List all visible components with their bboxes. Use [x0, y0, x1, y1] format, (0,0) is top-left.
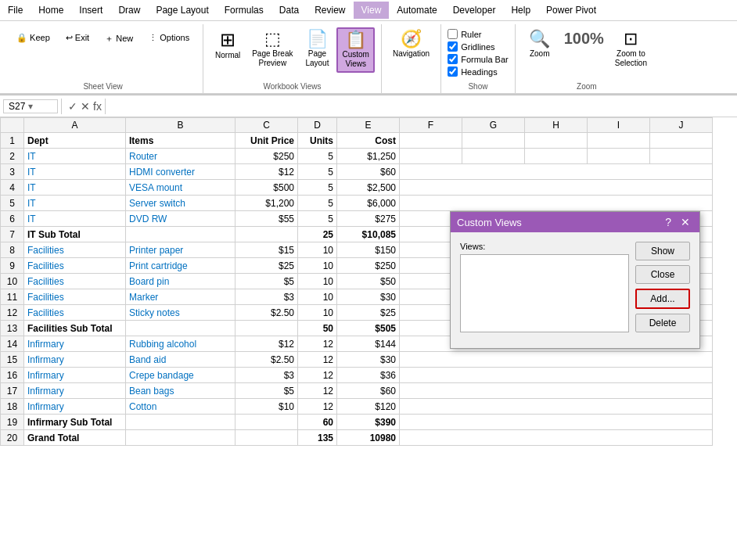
cell-b1[interactable]: Items	[126, 133, 235, 149]
cell-c8[interactable]: $15	[235, 242, 298, 258]
cell-d8[interactable]: 10	[298, 242, 337, 258]
cell-b14[interactable]: Rubbing alcohol	[126, 336, 235, 352]
gridlines-input[interactable]	[448, 41, 458, 52]
headings-input[interactable]	[448, 66, 458, 77]
page-break-preview-btn[interactable]: ⬚ Page BreakPreview	[247, 27, 297, 71]
page-layout-btn[interactable]: 📄 PageLayout	[299, 27, 335, 71]
cell-f1[interactable]	[400, 133, 462, 149]
col-header-b[interactable]: B	[126, 118, 235, 133]
cell-e6[interactable]: $275	[337, 211, 400, 227]
cell-b8[interactable]: Printer paper	[126, 242, 235, 258]
cell-f16[interactable]	[400, 368, 713, 383]
cell-e3[interactable]: $60	[337, 164, 400, 180]
cell-f3[interactable]	[400, 164, 713, 180]
cell-d12[interactable]: 10	[298, 305, 337, 321]
cell-d11[interactable]: 10	[298, 289, 337, 305]
cell-d5[interactable]: 5	[298, 196, 337, 211]
gridlines-checkbox[interactable]: Gridlines	[448, 41, 509, 52]
cell-b17[interactable]: Bean bags	[126, 383, 235, 399]
cell-j1[interactable]	[650, 133, 713, 149]
cell-a8[interactable]: Facilities	[24, 242, 126, 258]
menu-page-layout[interactable]: Page Layout	[148, 2, 216, 19]
cell-i2[interactable]	[588, 149, 650, 164]
cell-e9[interactable]: $250	[337, 258, 400, 274]
cell-b9[interactable]: Print cartridge	[126, 258, 235, 274]
cell-c4[interactable]: $500	[235, 180, 298, 196]
cell-e10[interactable]: $50	[337, 274, 400, 289]
fx-icon[interactable]: fx	[93, 100, 102, 113]
cell-a9[interactable]: Facilities	[24, 258, 126, 274]
cell-f11[interactable]	[400, 289, 713, 305]
cell-b19[interactable]	[126, 415, 235, 430]
cell-f10[interactable]	[400, 274, 713, 289]
cell-e16[interactable]: $36	[337, 368, 400, 383]
cell-d6[interactable]: 5	[298, 211, 337, 227]
cell-d9[interactable]: 10	[298, 258, 337, 274]
cell-a19[interactable]: Infirmary Sub Total	[24, 415, 126, 430]
cell-b20[interactable]	[126, 430, 235, 446]
cell-j2[interactable]	[650, 149, 713, 164]
cell-b6[interactable]: DVD RW	[126, 211, 235, 227]
cell-b16[interactable]: Crepe bandage	[126, 368, 235, 383]
cell-b13[interactable]	[126, 321, 235, 336]
cell-a3[interactable]: IT	[24, 164, 126, 180]
formula-input[interactable]	[106, 101, 734, 112]
cell-f15[interactable]	[400, 352, 713, 368]
cell-a18[interactable]: Infirmary	[24, 399, 126, 415]
cell-e19[interactable]: $390	[337, 415, 400, 430]
cell-c17[interactable]: $5	[235, 383, 298, 399]
exit-btn[interactable]: ↩ Exit	[59, 31, 96, 45]
col-header-i[interactable]: I	[588, 118, 650, 133]
cell-a11[interactable]: Facilities	[24, 289, 126, 305]
cell-e13[interactable]: $505	[337, 321, 400, 336]
cell-g1[interactable]	[462, 133, 525, 149]
headings-checkbox[interactable]: Headings	[448, 66, 509, 77]
cell-b11[interactable]: Marker	[126, 289, 235, 305]
cell-d7[interactable]: 25	[298, 227, 337, 242]
cell-b10[interactable]: Board pin	[126, 274, 235, 289]
cell-d19[interactable]: 60	[298, 415, 337, 430]
normal-view-btn[interactable]: ⊞ Normal	[210, 27, 246, 63]
zoom-100-btn[interactable]: 100%	[559, 27, 609, 51]
cell-c12[interactable]: $2.50	[235, 305, 298, 321]
cell-c3[interactable]: $12	[235, 164, 298, 180]
spreadsheet-container[interactable]: A B C D E F G H I J 1 Dept Items	[0, 117, 737, 446]
custom-views-btn[interactable]: 📋 CustomViews	[336, 27, 374, 73]
cell-f19[interactable]	[400, 415, 713, 430]
col-header-c[interactable]: C	[235, 118, 298, 133]
cell-d4[interactable]: 5	[298, 180, 337, 196]
cell-f2[interactable]	[400, 149, 462, 164]
cell-e7[interactable]: $10,085	[337, 227, 400, 242]
cell-e17[interactable]: $60	[337, 383, 400, 399]
cell-d15[interactable]: 12	[298, 352, 337, 368]
cell-a1[interactable]: Dept	[24, 133, 126, 149]
options-btn[interactable]: ⋮ Options	[142, 31, 196, 45]
cell-c1[interactable]: Unit Price	[235, 133, 298, 149]
cell-e20[interactable]: 10980	[337, 430, 400, 446]
cell-e2[interactable]: $1,250	[337, 149, 400, 164]
col-header-d[interactable]: D	[298, 118, 337, 133]
col-header-j[interactable]: J	[650, 118, 713, 133]
formula-bar-checkbox[interactable]: Formula Bar	[448, 54, 509, 64]
cell-a10[interactable]: Facilities	[24, 274, 126, 289]
cell-f6[interactable]	[400, 211, 713, 227]
cell-a2[interactable]: IT	[24, 149, 126, 164]
cell-f18[interactable]	[400, 399, 713, 415]
cell-c14[interactable]: $12	[235, 336, 298, 352]
zoom-selection-btn[interactable]: ⊡ Zoom toSelection	[610, 27, 652, 71]
cell-c19[interactable]	[235, 415, 298, 430]
cell-g2[interactable]	[462, 149, 525, 164]
cell-d16[interactable]: 12	[298, 368, 337, 383]
menu-help[interactable]: Help	[503, 2, 538, 19]
col-header-h[interactable]: H	[525, 118, 588, 133]
cell-b15[interactable]: Band aid	[126, 352, 235, 368]
cell-f4[interactable]	[400, 180, 713, 196]
cell-b7[interactable]	[126, 227, 235, 242]
cell-i1[interactable]	[588, 133, 650, 149]
cell-d3[interactable]: 5	[298, 164, 337, 180]
cell-b4[interactable]: VESA mount	[126, 180, 235, 196]
cell-e5[interactable]: $6,000	[337, 196, 400, 211]
ruler-input[interactable]	[448, 29, 458, 39]
menu-automate[interactable]: Automate	[389, 2, 444, 19]
cell-e15[interactable]: $30	[337, 352, 400, 368]
